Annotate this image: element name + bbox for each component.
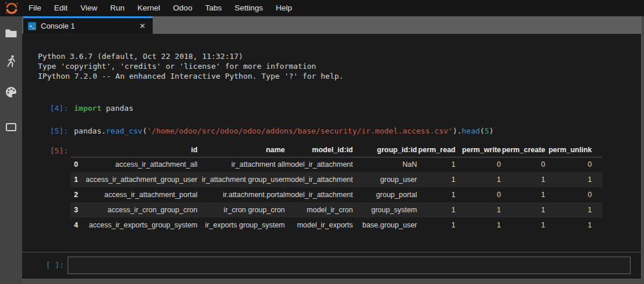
console-panel: >_ Console 1 ✕ Python 3.6.7 (default, Oc… [22,16,642,279]
output-cell-5: [5]: idnamemodel_id:idgroup_id:idperm_re… [22,143,603,233]
activity-sidebar [0,16,22,284]
file-browser-icon[interactable] [4,26,18,40]
table-cell: 1 [546,172,603,187]
table-cell: 1 [501,218,546,233]
menu-item-odoo[interactable]: Odoo [167,0,199,16]
dataframe-table: idnamemodel_id:idgroup_id:idperm_readper… [71,143,603,233]
menu-items: FileEditViewRunKernelOdooTabsSettingsHel… [22,0,298,16]
table-cell: 1 [417,218,456,233]
column-header: perm_unlink [546,143,603,157]
in-prompt-4: [4]: [22,104,68,113]
table-row: 2access_ir_attachment_portalir.attachmen… [71,187,603,202]
tab-console-1[interactable]: >_ Console 1 ✕ [23,16,153,34]
input-separator [22,252,641,253]
table-cell: access_ir_attachment_group_user [86,172,198,187]
table-cell: 1 [417,187,456,202]
table-row: 3access_ir_cron_group_cronir_cron group_… [71,202,603,218]
table-cell: 1 [71,172,86,187]
table-cell: model_ir_attachment [285,157,353,172]
table-cell: access_ir_cron_group_cron [86,202,198,218]
table-cell: model_ir_cron [285,202,353,218]
table-cell: 4 [71,218,86,233]
table-cell: 1 [417,157,456,172]
table-cell: 0 [546,187,603,202]
table-cell: 0 [501,157,546,172]
empty-prompt: [ ]: [22,257,64,274]
table-cell: 0 [456,187,501,202]
table-cell: group_user [353,172,417,187]
column-header [71,143,86,157]
table-cell: 1 [417,202,456,218]
table-cell: access_ir_attachment_all [86,157,198,172]
table-cell: 1 [456,218,501,233]
table-cell: NaN [353,157,417,172]
menu-item-settings[interactable]: Settings [228,0,269,16]
code-source: pandas.read_csv('/home/odoo/src/odoo/odo… [74,127,494,135]
column-header: perm_create [501,143,546,157]
column-header: group_id:id [353,143,417,157]
table-cell: access_ir_exports_group_system [86,218,198,233]
table-cell: group_system [353,202,417,218]
table-row: 0access_ir_attachment_allir_attachment a… [71,157,603,172]
open-tabs-icon[interactable] [4,120,18,134]
menu-item-kernel[interactable]: Kernel [131,0,167,16]
menu-item-edit[interactable]: Edit [48,0,74,16]
table-cell: group_portal [353,187,417,202]
python-banner: Python 3.6.7 (default, Oct 22 2018, 11:3… [38,51,343,81]
column-header: name [198,143,285,157]
table-cell: ir_attachment group_user [198,172,285,187]
table-cell: ir_cron group_cron [198,202,285,218]
menu-item-view[interactable]: View [74,0,104,16]
table-cell: model_ir_attachment [285,187,353,202]
table-cell: 1 [501,202,546,218]
table-cell: 1 [546,202,603,218]
column-header: model_id:id [285,143,353,157]
command-palette-icon[interactable] [4,85,18,99]
menu-item-tabs[interactable]: Tabs [199,0,228,16]
out-prompt-5: [5]: [22,143,68,233]
table-cell: ir_exports group_system [198,218,285,233]
table-cell: ir.attachment.portal [198,187,285,202]
odoo-spinner-logo [3,1,20,16]
table-cell: access_ir_attachment_portal [86,187,198,202]
table-cell: base.group_user [353,218,417,233]
table-header-row: idnamemodel_id:idgroup_id:idperm_readper… [71,143,603,157]
menu-item-help[interactable]: Help [269,0,298,16]
code-source: import pandas [74,104,133,113]
table-cell: 1 [417,172,456,187]
table-row: 1access_ir_attachment_group_userir_attac… [71,172,603,187]
table-cell: 2 [71,187,86,202]
input-cell-5: [5]: pandas.read_csv('/home/odoo/src/odo… [22,127,641,135]
input-cell-4: [4]: import pandas [22,104,641,113]
column-header: perm_write [456,143,501,157]
table-cell: 1 [501,187,546,202]
table-cell: model_ir_exports [285,218,353,233]
console-input-row: [ ]: [22,257,631,274]
table-cell: 1 [501,172,546,187]
table-cell: 0 [546,157,603,172]
menubar: FileEditViewRunKernelOdooTabsSettingsHel… [0,0,644,16]
tab-bar: >_ Console 1 ✕ [22,16,641,34]
table-cell: 1 [456,172,501,187]
table-row: 4access_ir_exports_group_systemir_export… [71,218,603,233]
in-prompt-5: [5]: [22,127,68,135]
table-cell: 1 [546,218,603,233]
console-icon: >_ [28,22,36,30]
column-header: perm_read [417,143,456,157]
menu-item-file[interactable]: File [22,0,48,16]
running-sessions-icon[interactable] [4,54,18,68]
table-cell: model_ir_attachment [285,172,353,187]
tab-close-icon[interactable]: ✕ [139,22,146,30]
table-cell: 0 [456,157,501,172]
table-cell: ir_attachment all [198,157,285,172]
table-cell: 1 [456,202,501,218]
console-content: Python 3.6.7 (default, Oct 22 2018, 11:3… [22,34,641,279]
table-cell: 0 [71,157,86,172]
tab-label: Console 1 [41,22,75,30]
console-code-input[interactable] [68,257,631,274]
menu-item-run[interactable]: Run [104,0,131,16]
column-header: id [86,143,198,157]
table-cell: 3 [71,202,86,218]
